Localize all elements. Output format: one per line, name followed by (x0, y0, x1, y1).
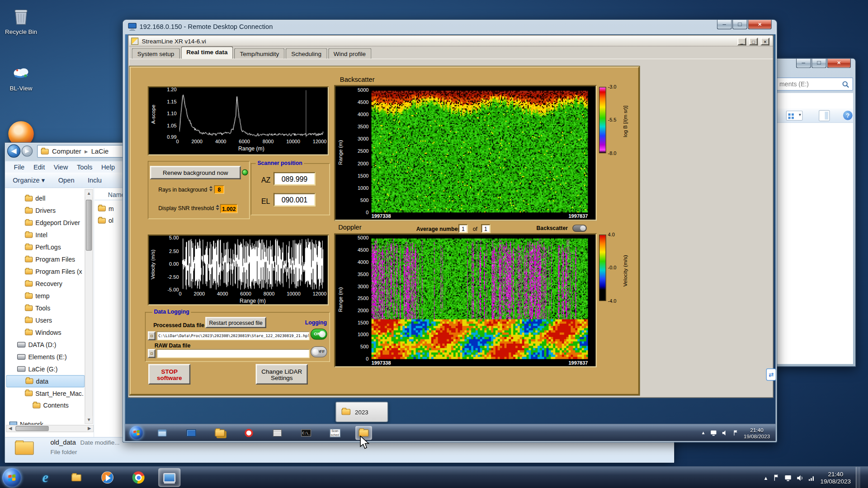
remote-start-button[interactable] (130, 426, 144, 440)
menu-item-help[interactable]: Help (97, 162, 119, 172)
action-center-flag-icon[interactable] (774, 474, 779, 481)
minimize-button[interactable]: _ (737, 38, 746, 45)
scroll-thumb[interactable] (86, 200, 92, 251)
volume-icon[interactable] (797, 474, 803, 481)
close-button[interactable]: × (748, 20, 772, 29)
taskbar-button-windows-explorer[interactable] (65, 468, 87, 487)
minimize-button[interactable]: – (796, 59, 811, 68)
tree-item-dell[interactable]: dell (6, 192, 85, 205)
tree-item-elements-e-[interactable]: Elements (E:) (6, 351, 85, 363)
el-value[interactable]: 090.001 (274, 193, 316, 206)
snr-threshold-value[interactable]: 1.002 (220, 204, 237, 213)
minimize-button[interactable]: – (717, 20, 732, 29)
taskbar-button-remote-desktop[interactable] (158, 468, 180, 487)
folder-popup-2023[interactable]: 2023 (335, 402, 388, 422)
tree-item-perflogs[interactable]: PerfLogs (6, 241, 85, 253)
back-button[interactable]: ◀ (7, 145, 20, 158)
tree-item-intel[interactable]: Intel (6, 229, 85, 241)
pane-divider[interactable] (94, 188, 94, 437)
preview-pane-button[interactable] (819, 110, 830, 121)
tree-item-start-here-mac-[interactable]: Start_Here_Mac. (6, 387, 85, 399)
taskbar-button-internet-explorer[interactable]: e (34, 468, 57, 487)
tree-item-tools[interactable]: Tools (6, 302, 85, 314)
tab-scheduling[interactable]: Scheduling (286, 48, 327, 59)
taskbar-button-scan-scheduler[interactable]: Scan sched (326, 426, 343, 440)
display-icon[interactable] (784, 474, 792, 481)
tray-expand-icon[interactable]: ▲ (701, 431, 706, 436)
tree-item-contents[interactable]: Contents (6, 399, 85, 412)
desktop-icon-bl-view[interactable]: BL-View (1, 63, 41, 91)
taskbar-button-command-console[interactable]: C:\_ (298, 426, 315, 440)
sync-arrows-icon[interactable]: ⇄ (766, 369, 776, 381)
maximize-button[interactable]: □ (811, 59, 826, 68)
taskbar-button-chrome[interactable] (127, 468, 150, 487)
toolbar-button-open[interactable]: Open (58, 176, 75, 184)
rays-value[interactable]: 8 (214, 185, 224, 193)
toolbar-button-inclu[interactable]: Inclu (88, 176, 102, 184)
change-lidar-settings-button[interactable]: Change LiDAR Settings (256, 364, 308, 385)
menu-item-tools[interactable]: Tools (72, 162, 97, 172)
scroll-up-button[interactable]: ▲ (85, 190, 93, 197)
tree-item-edgeport-driver[interactable]: Edgeport Driver (6, 217, 85, 229)
tree-item-recovery[interactable]: Recovery (6, 278, 85, 290)
tab-wind-profile[interactable]: Wind profile (328, 48, 372, 59)
az-value[interactable]: 089.999 (274, 172, 316, 185)
backscatter-switch[interactable] (572, 225, 587, 232)
maximize-button[interactable]: □ (732, 20, 747, 29)
close-button[interactable]: × (760, 38, 769, 45)
start-button[interactable] (2, 468, 22, 488)
taskbar-button-app-window[interactable] (154, 426, 170, 440)
rays-spinner[interactable] (209, 186, 213, 191)
rdp-title-bar[interactable]: 192.168.0.150 - Remote Desktop Connectio… (123, 20, 777, 34)
processed-logging-toggle-on[interactable]: ON (311, 328, 327, 339)
desktop-icon-recycle-bin[interactable]: Recycle Bin (1, 7, 41, 35)
breadcrumb-root[interactable]: Computer (52, 147, 81, 155)
processed-path-field[interactable]: C:\LiDar\Data\Proc\2023\202308\20230819\… (157, 331, 310, 340)
search-input[interactable]: ments (E:) (776, 77, 853, 90)
breadcrumb-folder[interactable]: LaCie (91, 147, 108, 155)
average-number-value[interactable]: 1 (458, 224, 468, 233)
average-total-value[interactable]: 1 (481, 224, 491, 233)
show-desktop-button[interactable] (856, 467, 860, 488)
toolbar-button-organize-[interactable]: Organize ▾ (13, 176, 45, 184)
tab-real-time-data[interactable]: Real time data (181, 47, 233, 59)
tray-monitor-icon[interactable] (711, 430, 717, 436)
menu-item-file[interactable]: File (9, 162, 29, 172)
tray-speaker-icon[interactable] (722, 430, 728, 436)
menu-item-view[interactable]: View (49, 162, 72, 172)
labview-title-bar[interactable]: StreamLine XR v14-6.vi _ □ × (129, 36, 773, 47)
tree-item-data[interactable]: data (6, 375, 85, 387)
scroll-right-button[interactable]: ▶ (86, 426, 93, 432)
scroll-down-button[interactable]: ▼ (85, 416, 93, 423)
tree-item-data-d-[interactable]: DATA (D:) (6, 338, 85, 351)
taskbar-button-legacy-app[interactable] (269, 426, 286, 440)
help-icon[interactable]: ? (843, 111, 853, 120)
processed-path-browse-button[interactable]: ◘ (148, 331, 156, 340)
close-button[interactable]: × (827, 59, 851, 68)
menu-item-edit[interactable]: Edit (29, 162, 49, 172)
scroll-thumb[interactable] (15, 426, 48, 431)
views-button[interactable]: ▾ (786, 111, 803, 121)
tree-item-program-files[interactable]: Program Files (6, 253, 85, 266)
tab-temp-humidity[interactable]: Temp/humidity (234, 48, 284, 59)
tree-item-users[interactable]: Users (6, 314, 85, 327)
raw-path-field[interactable] (157, 349, 310, 358)
restore-button[interactable]: □ (749, 38, 758, 45)
taskbar-clock[interactable]: 21:40 19/08/2023 (821, 470, 851, 485)
taskbar-button-stop-power-app[interactable] (240, 426, 257, 440)
stop-software-button[interactable]: STOP software (148, 364, 190, 385)
scroll-left-button[interactable]: ◀ (7, 426, 14, 432)
tree-horizontal-scrollbar[interactable]: ◀ ▶ (6, 425, 93, 432)
raw-logging-toggle-off[interactable]: OFF (311, 347, 327, 357)
tree-item-lacie-g-[interactable]: LaCie (G:) (6, 363, 85, 375)
remote-clock[interactable]: 21:40 19/08/2023 (744, 427, 770, 439)
tray-flag-icon[interactable] (733, 430, 739, 436)
restart-processed-file-button[interactable]: Restart processed file (205, 317, 266, 328)
raw-path-browse-button[interactable]: ◘ (148, 349, 156, 358)
tree-item-drivers[interactable]: Drivers (6, 205, 85, 217)
taskbar-button-file-folders[interactable] (212, 426, 228, 440)
tab-system-setup[interactable]: System setup (132, 48, 179, 59)
taskbar-button-bl-view-app[interactable] (183, 426, 199, 440)
forward-button[interactable]: ▶ (22, 145, 33, 156)
rdp-window[interactable]: 192.168.0.150 - Remote Desktop Connectio… (123, 19, 778, 443)
